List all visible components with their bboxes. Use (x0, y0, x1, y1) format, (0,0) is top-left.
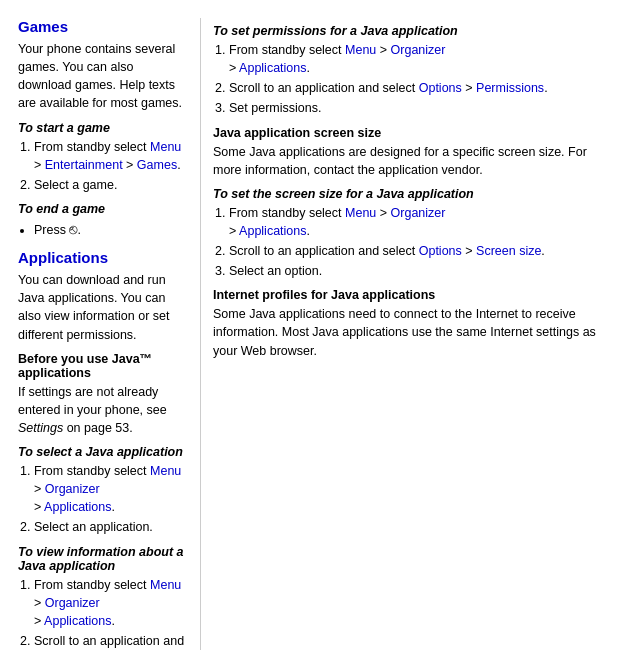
games-title: Games (18, 18, 188, 35)
organizer-link-4: Organizer (391, 206, 446, 220)
start-game-step-1: From standby select Menu > Entertainment… (34, 138, 188, 174)
end-game-bullet: Press ⎋. (34, 219, 188, 239)
menu-link-3: Menu (150, 578, 181, 592)
screen-size-heading: Java application screen size (213, 126, 618, 140)
view-info-step-1: From standby select Menu > Organizer > A… (34, 576, 188, 630)
menu-link-4: Menu (345, 43, 376, 57)
applications-link-2: Applications (44, 614, 111, 628)
organizer-link-1: Organizer (45, 482, 100, 496)
left-column: Games Your phone contains several games.… (0, 18, 200, 650)
select-java-step-2: Select an application. (34, 518, 188, 536)
permissions-link: Permissions (476, 81, 544, 95)
set-permissions-step-1: From standby select Menu > Organizer > A… (229, 41, 618, 77)
set-screen-size-steps: From standby select Menu > Organizer > A… (229, 204, 618, 281)
set-permissions-heading: To set permissions for a Java applicatio… (213, 24, 618, 38)
start-game-step-2: Select a game. (34, 176, 188, 194)
start-game-heading: To start a game (18, 121, 188, 135)
view-info-step-2: Scroll to an application and select Opti… (34, 632, 188, 650)
set-screen-size-step-3: Select an option. (229, 262, 618, 280)
games-intro: Your phone contains several games. You c… (18, 40, 188, 113)
set-screen-size-step-2: Scroll to an application and select Opti… (229, 242, 618, 260)
applications-title: Applications (18, 249, 188, 266)
select-java-heading: To select a Java application (18, 445, 188, 459)
entertainment-link: Entertainment (45, 158, 123, 172)
menu-link-5: Menu (345, 206, 376, 220)
screen-size-text: Some Java applications are designed for … (213, 143, 618, 179)
start-game-steps: From standby select Menu > Entertainment… (34, 138, 188, 194)
organizer-link-3: Organizer (391, 43, 446, 57)
view-info-steps: From standby select Menu > Organizer > A… (34, 576, 188, 650)
view-info-heading: To view information about a Java applica… (18, 545, 188, 573)
select-java-step-1: From standby select Menu > Organizer > A… (34, 462, 188, 516)
set-screen-size-heading: To set the screen size for a Java applic… (213, 187, 618, 201)
set-permissions-step-3: Set permissions. (229, 99, 618, 117)
menu-link-1: Menu (150, 140, 181, 154)
before-java-heading: Before you use Java™ applications (18, 352, 188, 380)
organizer-link-2: Organizer (45, 596, 100, 610)
end-game-heading: To end a game (18, 202, 188, 216)
games-link: Games (137, 158, 177, 172)
options-link-2: Options (419, 81, 462, 95)
set-permissions-step-2: Scroll to an application and select Opti… (229, 79, 618, 97)
options-link-3: Options (419, 244, 462, 258)
before-java-text: If settings are not already entered in y… (18, 383, 188, 437)
menu-link-2: Menu (150, 464, 181, 478)
set-screen-size-step-1: From standby select Menu > Organizer > A… (229, 204, 618, 240)
set-permissions-steps: From standby select Menu > Organizer > A… (229, 41, 618, 118)
applications-link-1: Applications (44, 500, 111, 514)
internet-profiles-heading: Internet profiles for Java applications (213, 288, 618, 302)
internet-profiles-text: Some Java applications need to connect t… (213, 305, 618, 359)
applications-link-3: Applications (239, 61, 306, 75)
screen-size-link: Screen size (476, 244, 541, 258)
applications-link-4: Applications (239, 224, 306, 238)
applications-intro: You can download and run Java applicatio… (18, 271, 188, 344)
right-column: To set permissions for a Java applicatio… (200, 18, 636, 650)
end-game-list: Press ⎋. (34, 219, 188, 239)
select-java-steps: From standby select Menu > Organizer > A… (34, 462, 188, 537)
